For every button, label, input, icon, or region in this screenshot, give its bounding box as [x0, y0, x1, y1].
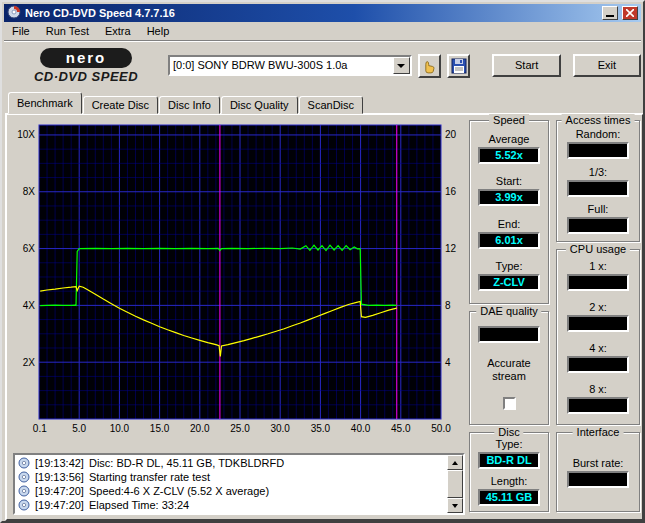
- cpu-4x-label: 4 x:: [589, 342, 607, 354]
- tab-disc-quality[interactable]: Disc Quality: [221, 96, 298, 114]
- end-value: 6.01x: [478, 232, 540, 249]
- nero-logo-text: nero: [40, 48, 133, 68]
- scrollbar-thumb[interactable]: [447, 470, 463, 498]
- svg-text:10X: 10X: [17, 129, 35, 140]
- dae-quality-value: [478, 326, 540, 343]
- svg-text:16: 16: [445, 186, 457, 197]
- one-third-label: 1/3:: [589, 166, 607, 178]
- accurate-stream-checkbox[interactable]: [503, 397, 516, 410]
- cpu-8x-label: 8 x:: [589, 383, 607, 395]
- disc-icon: [18, 485, 30, 497]
- average-value: 5.52x: [478, 147, 540, 164]
- random-value: [567, 142, 629, 159]
- tab-scandisc[interactable]: ScanDisc: [299, 96, 363, 114]
- scroll-down-button[interactable]: [447, 498, 463, 513]
- log-text: Disc: BD-R DL, 45.11 GB, TDKBLDRFD: [89, 457, 284, 469]
- speed-type-value: Z-CLV: [478, 274, 540, 291]
- access-times-panel: Access times Random: 1/3: Full:: [556, 120, 640, 242]
- tab-strip: Benchmark Create Disc Disc Info Disc Qua…: [8, 92, 364, 114]
- average-label: Average: [489, 133, 530, 145]
- disc-icon: [18, 457, 30, 469]
- svg-text:10.0: 10.0: [110, 423, 130, 434]
- app-window: Nero CD-DVD Speed 4.7.7.16 File Run Test…: [0, 0, 645, 523]
- close-button[interactable]: [622, 6, 638, 20]
- svg-text:25.0: 25.0: [230, 423, 250, 434]
- svg-text:30.0: 30.0: [270, 423, 290, 434]
- hand-icon: [421, 58, 437, 74]
- svg-text:4: 4: [445, 357, 451, 368]
- close-icon: [626, 9, 634, 17]
- menu-help[interactable]: Help: [139, 23, 178, 39]
- interface-panel-title: Interface: [573, 426, 624, 438]
- log-rows: [19:13:42] Disc: BD-R DL, 45.11 GB, TDKB…: [15, 456, 447, 512]
- window-title: Nero CD-DVD Speed 4.7.7.16: [25, 7, 598, 19]
- log-box[interactable]: [19:13:42] Disc: BD-R DL, 45.11 GB, TDKB…: [13, 453, 465, 515]
- arrow-up-icon: [452, 461, 458, 465]
- disc-icon: [18, 499, 30, 511]
- disc-length-label: Length:: [491, 475, 528, 487]
- svg-text:35.0: 35.0: [311, 423, 331, 434]
- chevron-down-icon: [397, 64, 405, 68]
- cpu-2x-label: 2 x:: [589, 301, 607, 313]
- disc-length-value: 45.11 GB: [478, 489, 540, 506]
- svg-text:40.0: 40.0: [351, 423, 371, 434]
- panel-column-right: Access times Random: 1/3: Full: CPU usag…: [556, 120, 640, 512]
- drive-select[interactable]: [0:0] SONY BDRW BWU-300S 1.0a: [168, 55, 412, 76]
- app-icon: [7, 5, 21, 21]
- full-value: [567, 217, 629, 234]
- log-time: [19:13:42]: [35, 457, 84, 469]
- svg-text:4X: 4X: [23, 300, 36, 311]
- cpu-2x-value: [567, 315, 629, 332]
- menu-extra[interactable]: Extra: [97, 23, 139, 39]
- toolbar: nero CD·DVD SPEED [0:0] SONY BDRW BWU-30…: [4, 40, 641, 90]
- log-row: [19:47:20] Elapsed Time: 33:24: [15, 498, 447, 512]
- scroll-up-button[interactable]: [447, 455, 463, 470]
- arrow-down-icon: [452, 504, 458, 508]
- minimize-button[interactable]: [602, 6, 618, 20]
- tab-benchmark[interactable]: Benchmark: [8, 92, 82, 114]
- speed-panel: Speed Average 5.52x Start: 3.99x End: 6.…: [469, 120, 549, 304]
- drive-select-dropdown-button[interactable]: [393, 57, 410, 74]
- access-times-panel-title: Access times: [562, 114, 635, 126]
- exit-button[interactable]: Exit: [573, 54, 641, 77]
- full-label: Full:: [588, 203, 609, 215]
- svg-text:2X: 2X: [23, 357, 36, 368]
- save-button[interactable]: [447, 54, 470, 78]
- dae-quality-panel-title: DAE quality: [476, 305, 541, 317]
- tab-disc-info[interactable]: Disc Info: [159, 96, 220, 114]
- menu-run-test[interactable]: Run Test: [38, 23, 97, 39]
- menu-file[interactable]: File: [4, 23, 38, 39]
- cpu-1x-value: [567, 274, 629, 291]
- save-icon: [451, 58, 467, 74]
- accurate-stream-label: Accurate stream: [487, 357, 530, 383]
- interface-panel: Interface Burst rate:: [556, 432, 640, 512]
- svg-text:20: 20: [445, 129, 457, 140]
- svg-text:8: 8: [445, 300, 451, 311]
- options-button[interactable]: [418, 54, 441, 78]
- disc-panel: Disc Type: BD-R DL Length: 45.11 GB: [469, 432, 549, 512]
- svg-text:20.0: 20.0: [190, 423, 210, 434]
- start-value: 3.99x: [478, 189, 540, 206]
- benchmark-chart-svg: 2X4X6X8X10X481216200.15.010.015.020.025.…: [9, 121, 467, 437]
- cpu-4x-value: [567, 356, 629, 373]
- benchmark-tab-page: 2X4X6X8X10X481216200.15.010.015.020.025.…: [5, 113, 644, 521]
- speed-panel-title: Speed: [489, 114, 529, 126]
- panel-column-left: Speed Average 5.52x Start: 3.99x End: 6.…: [469, 120, 549, 512]
- start-button[interactable]: Start: [492, 54, 560, 77]
- cdvd-speed-logo-text: CD·DVD SPEED: [34, 69, 138, 84]
- svg-text:6X: 6X: [23, 243, 36, 254]
- log-text: Speed:4-6 X Z-CLV (5.52 X average): [89, 485, 269, 497]
- benchmark-chart: 2X4X6X8X10X481216200.15.010.015.020.025.…: [9, 121, 467, 439]
- title-bar[interactable]: Nero CD-DVD Speed 4.7.7.16: [4, 4, 641, 22]
- log-row: [19:13:42] Disc: BD-R DL, 45.11 GB, TDKB…: [15, 456, 447, 470]
- svg-text:5.0: 5.0: [72, 423, 86, 434]
- log-row: [19:13:56] Starting transfer rate test: [15, 470, 447, 484]
- tab-create-disc[interactable]: Create Disc: [83, 96, 158, 114]
- drive-select-value: [0:0] SONY BDRW BWU-300S 1.0a: [170, 57, 393, 74]
- cpu-1x-label: 1 x:: [589, 260, 607, 272]
- burst-rate-value: [567, 471, 629, 488]
- log-scrollbar[interactable]: [447, 455, 463, 513]
- svg-text:15.0: 15.0: [150, 423, 170, 434]
- cpu-8x-value: [567, 397, 629, 414]
- svg-text:12: 12: [445, 243, 457, 254]
